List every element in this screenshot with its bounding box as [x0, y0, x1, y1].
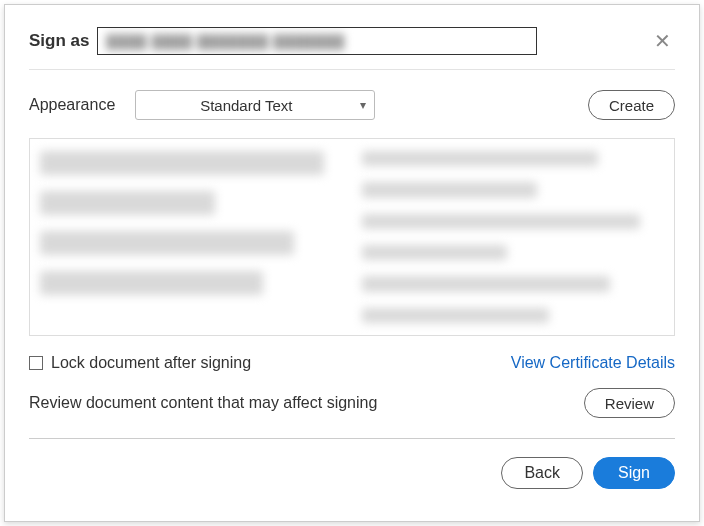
create-button[interactable]: Create — [588, 90, 675, 120]
review-button[interactable]: Review — [584, 388, 675, 418]
lock-label: Lock document after signing — [51, 354, 251, 372]
identity-redacted: ████ ████ ███████ ███████ — [106, 34, 344, 49]
redacted-line — [362, 214, 640, 229]
redacted-line — [40, 271, 263, 295]
signature-preview — [29, 138, 675, 336]
appearance-row: Appearance Standard Text ▾ Create — [29, 90, 675, 120]
footer-row: Back Sign — [29, 457, 675, 489]
redacted-line — [362, 182, 537, 197]
appearance-select-wrap: Standard Text ▾ — [135, 90, 375, 120]
view-certificate-link[interactable]: View Certificate Details — [511, 354, 675, 372]
redacted-line — [40, 231, 294, 255]
redacted-line — [40, 191, 215, 215]
header-row: Sign as ████ ████ ███████ ███████ ✕ — [29, 27, 675, 70]
checkbox-icon — [29, 356, 43, 370]
sign-dialog: Sign as ████ ████ ███████ ███████ ✕ Appe… — [4, 4, 700, 522]
preview-right-col — [362, 151, 664, 323]
identity-select[interactable]: ████ ████ ███████ ███████ — [97, 27, 537, 55]
preview-left-col — [40, 151, 342, 323]
redacted-line — [362, 276, 610, 291]
redacted-line — [40, 151, 324, 175]
close-icon[interactable]: ✕ — [650, 27, 675, 55]
redacted-line — [362, 245, 507, 260]
appearance-select[interactable]: Standard Text — [135, 90, 375, 120]
sign-as-label: Sign as — [29, 31, 89, 51]
review-row: Review document content that may affect … — [29, 388, 675, 439]
redacted-line — [362, 151, 598, 166]
redacted-line — [362, 308, 549, 323]
sign-button[interactable]: Sign — [593, 457, 675, 489]
appearance-selected: Standard Text — [200, 97, 292, 114]
lock-row: Lock document after signing View Certifi… — [29, 354, 675, 372]
appearance-label: Appearance — [29, 96, 115, 114]
lock-checkbox-wrap[interactable]: Lock document after signing — [29, 354, 251, 372]
back-button[interactable]: Back — [501, 457, 583, 489]
review-text: Review document content that may affect … — [29, 394, 377, 412]
